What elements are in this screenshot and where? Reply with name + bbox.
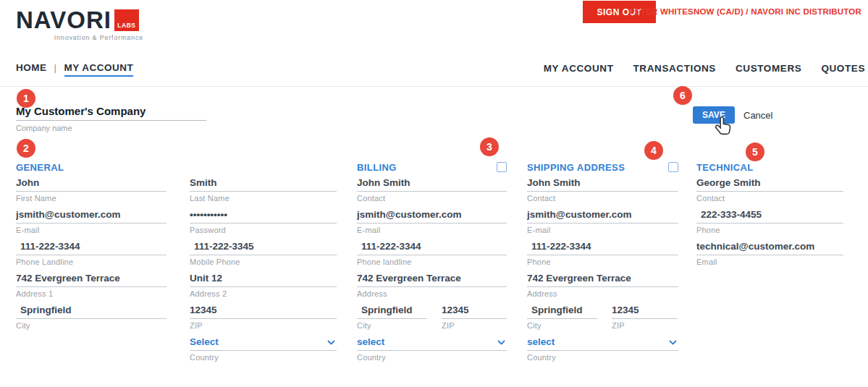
callout-badge-4: 4 — [644, 141, 663, 160]
logo-row: NAVORI LABS — [16, 8, 143, 33]
nav-item-customers[interactable]: CUSTOMERS — [736, 63, 801, 74]
section-technical: TECHNICAL George Smith Contact 222-333-4… — [696, 158, 843, 272]
nav-home-link[interactable]: HOME — [16, 62, 47, 73]
billing-email-input[interactable]: jsmith@customer.com — [357, 208, 507, 224]
cancel-button[interactable]: Cancel — [743, 110, 772, 121]
section-general: GENERAL John First Name jsmith@customer.… — [16, 158, 167, 336]
zip-input[interactable]: 12345 — [190, 304, 337, 319]
chevron-down-icon — [669, 340, 677, 345]
shipping-contact-label: Contact — [527, 194, 678, 203]
company-name-label: Company name — [16, 124, 206, 132]
phone-landline-input[interactable]: 111-222-3344 — [16, 240, 167, 255]
technical-contact-input[interactable]: George Smith — [696, 177, 843, 192]
nav-item-my-account[interactable]: MY ACCOUNT — [544, 63, 614, 74]
general-country-field: Select Country — [190, 336, 337, 362]
billing-phone-label: Phone landline — [357, 258, 507, 267]
chevron-down-icon — [497, 340, 505, 345]
billing-city-input[interactable]: Springfield — [357, 304, 427, 319]
billing-address-input[interactable]: 742 Evergreen Terrace — [357, 272, 507, 287]
billing-city-label: City — [357, 321, 427, 331]
billing-country-value: select — [357, 336, 384, 349]
billing-contact-input[interactable]: John Smith — [357, 177, 507, 192]
shipping-email-label: E-mail — [527, 226, 678, 235]
logo-labs-box: LABS — [114, 9, 139, 31]
password-field: ••••••••••• Password — [190, 208, 337, 235]
billing-email-field: jsmith@customer.com E-mail — [357, 208, 507, 235]
billing-city-zip-row: Springfield City 12345 ZIP — [357, 304, 507, 336]
callout-badge-5: 5 — [746, 143, 764, 161]
zip-label: ZIP — [190, 321, 337, 331]
shipping-email-input[interactable]: jsmith@customer.com — [527, 208, 678, 224]
callout-badge-6: 6 — [673, 86, 692, 105]
password-input[interactable]: ••••••••••• — [190, 208, 337, 224]
shipping-zip-field: 12345 ZIP — [612, 304, 677, 331]
chevron-down-icon — [327, 340, 335, 345]
shipping-section-header: SHIPPING ADDRESS — [527, 158, 678, 177]
shipping-zip-input[interactable]: 12345 — [612, 304, 677, 319]
mobile-phone-input[interactable]: 111-222-3345 — [190, 240, 337, 255]
company-name-input[interactable]: My Customer's Company — [16, 105, 206, 121]
billing-title: BILLING — [357, 162, 397, 173]
billing-contact-label: Contact — [357, 194, 507, 203]
shipping-zip-label: ZIP — [612, 321, 677, 331]
first-name-label: First Name — [16, 194, 167, 203]
email-field: jsmith@customer.com E-mail — [16, 208, 167, 235]
shipping-address-input[interactable]: 742 Evergreen Terrace — [527, 272, 678, 287]
technical-phone-field: 222-333-4455 Phone — [696, 208, 843, 235]
save-button[interactable]: SAVE — [693, 106, 735, 124]
technical-section-header: TECHNICAL — [696, 158, 843, 177]
shipping-checkbox[interactable] — [668, 162, 678, 172]
nav-item-transactions[interactable]: TRANSACTIONS — [633, 63, 716, 74]
nav-divider: | — [54, 62, 57, 73]
address1-input[interactable]: 742 Evergreen Terrace — [16, 272, 167, 287]
technical-phone-label: Phone — [696, 226, 843, 235]
section-general-col2: Smith Last Name ••••••••••• Password 111… — [190, 177, 337, 367]
callout-badge-3: 3 — [480, 137, 499, 156]
technical-email-input[interactable]: technical@customer.com — [696, 240, 843, 255]
billing-zip-input[interactable]: 12345 — [442, 304, 507, 319]
shipping-country-field: select Country — [527, 336, 678, 362]
general-country-label: Country — [190, 353, 337, 362]
billing-section-header: BILLING — [357, 158, 507, 177]
mobile-phone-field: 111-222-3345 Mobile Phone — [190, 240, 337, 267]
billing-contact-field: John Smith Contact — [357, 177, 507, 203]
general-title: GENERAL — [16, 162, 64, 173]
city-label: City — [16, 321, 167, 331]
billing-country-field: select Country — [357, 336, 507, 362]
address1-field: 742 Evergreen Terrace Address 1 — [16, 272, 167, 299]
city-field: Springfield City — [16, 304, 167, 331]
billing-country-select[interactable]: select — [357, 336, 507, 351]
nav-item-quotes[interactable]: QUOTES — [821, 63, 865, 74]
general-country-select[interactable]: Select — [190, 336, 337, 351]
shipping-city-field: Springfield City — [527, 304, 597, 331]
logo-tagline: Innovation & Performance — [16, 34, 143, 41]
first-name-input[interactable]: John — [16, 177, 167, 192]
shipping-phone-label: Phone — [527, 258, 678, 267]
shipping-country-select[interactable]: select — [527, 336, 678, 351]
technical-title: TECHNICAL — [696, 162, 754, 173]
email-input[interactable]: jsmith@customer.com — [16, 208, 167, 224]
section-shipping: SHIPPING ADDRESS John Smith Contact jsmi… — [527, 158, 678, 367]
header-separator — [0, 86, 868, 87]
shipping-phone-input[interactable]: 111-222-3344 — [527, 240, 678, 255]
shipping-title: SHIPPING ADDRESS — [527, 162, 625, 173]
city-input[interactable]: Springfield — [16, 304, 167, 319]
navori-logo[interactable]: NAVORI LABS Innovation & Performance — [16, 8, 143, 41]
logo-brand-text: NAVORI — [16, 8, 111, 33]
last-name-field: Smith Last Name — [190, 177, 337, 203]
shipping-city-input[interactable]: Springfield — [527, 304, 597, 319]
address2-input[interactable]: Unit 12 — [190, 272, 337, 287]
technical-phone-input[interactable]: 222-333-4455 — [696, 208, 843, 224]
phone-landline-field: 111-222-3344 Phone Landline — [16, 240, 167, 267]
nav-my-account-link-active[interactable]: MY ACCOUNT — [64, 62, 134, 77]
shipping-phone-field: 111-222-3344 Phone — [527, 240, 678, 267]
shipping-email-field: jsmith@customer.com E-mail — [527, 208, 678, 235]
billing-checkbox[interactable] — [497, 162, 507, 172]
shipping-contact-input[interactable]: John Smith — [527, 177, 678, 192]
shipping-country-label: Country — [527, 353, 678, 362]
billing-address-label: Address — [357, 289, 507, 299]
company-name-field: My Customer's Company Company name — [16, 105, 206, 132]
email-label: E-mail — [16, 226, 167, 235]
last-name-input[interactable]: Smith — [190, 177, 337, 192]
billing-phone-input[interactable]: 111-222-3344 — [357, 240, 507, 255]
